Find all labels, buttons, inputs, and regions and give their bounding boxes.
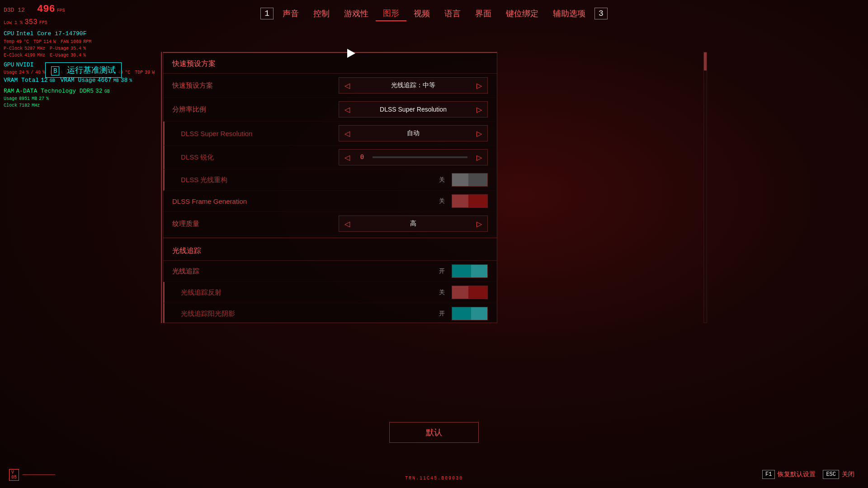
dlss-recon-toggle-area: 关 — [439, 173, 488, 187]
nav-item-accessibility[interactable]: 辅助选项 — [546, 6, 593, 21]
quick-preset-control[interactable]: ◁ 光线追踪：中等 ▷ — [339, 77, 488, 94]
resolution-control[interactable]: ◁ DLSS Super Resolution ▷ — [339, 101, 488, 117]
rt-row: 光线追踪 开 — [163, 261, 497, 282]
texture-left-arrow[interactable]: ◁ — [339, 216, 355, 231]
eclock-unit: MHz — [37, 52, 45, 59]
gpu-usage-value: 24 — [19, 69, 24, 76]
temp-label: Temp — [4, 38, 14, 45]
dlss-sharp-left-arrow[interactable]: ◁ — [339, 150, 355, 165]
rt-reflect-label: 光线追踪反射 — [181, 288, 439, 297]
rt-reflect-toggle[interactable] — [452, 286, 488, 299]
build-bar: ──────────── — [23, 473, 55, 478]
vram-total-label: VRAM Total — [4, 76, 39, 85]
dlss-sharp-value: 0 — [355, 154, 369, 161]
dlss-recon-row: DLSS 光线重构 关 — [163, 169, 497, 191]
fan-value: 1069 — [71, 38, 81, 45]
quick-preset-right-arrow[interactable]: ▷ — [471, 78, 487, 93]
resolution-row: 分辨率比例 ◁ DLSS Super Resolution ▷ — [163, 98, 497, 122]
rt-sun-toggle[interactable] — [452, 307, 488, 320]
rt-sun-toggle-area: 开 — [439, 307, 488, 320]
gpu-temp2-unit: °C — [125, 69, 130, 76]
eclock-label: E-Clock — [4, 52, 23, 59]
texture-quality-control[interactable]: ◁ 高 ▷ — [339, 216, 488, 232]
close-key[interactable]: ESC 关闭 — [823, 470, 854, 479]
quick-preset-left-arrow[interactable]: ◁ — [339, 78, 355, 93]
fan-label: FAN — [58, 38, 69, 45]
gpu-tdp-label: TDP — [132, 69, 143, 76]
nav-item-graphics[interactable]: 图形 — [376, 6, 406, 21]
gpu-tdp-unit: W — [152, 69, 155, 76]
resolution-left-arrow[interactable]: ◁ — [339, 102, 355, 117]
nav-item-control[interactable]: 控制 — [306, 6, 337, 21]
tdp-value: 114 — [43, 38, 52, 45]
rt-reflect-toggle-label: 关 — [439, 288, 448, 296]
version-info: V05 ──────────── — [9, 469, 55, 481]
benchmark-icon: B — [51, 66, 59, 75]
rt-toggle-label: 开 — [439, 267, 448, 275]
dlss-sharp-control[interactable]: ◁ 0 ▷ — [339, 149, 488, 165]
dlss-sharp-right-arrow[interactable]: ▷ — [471, 150, 487, 165]
nav-item-video[interactable]: 视频 — [406, 6, 437, 21]
nav-item-ui[interactable]: 界面 — [468, 6, 499, 21]
ram-unit: GB — [104, 88, 110, 95]
dlss-frame-row: DLSS Frame Generation 关 — [163, 191, 497, 212]
section2-header: 光线追踪 — [163, 240, 497, 261]
scrollbar[interactable] — [703, 52, 707, 323]
dlss-recon-toggle[interactable] — [452, 173, 488, 187]
dlss-sr-label: DLSS Super Resolution — [181, 130, 339, 137]
quick-preset-label: 快速预设方案 — [172, 81, 339, 90]
dlss-frame-toggle[interactable] — [452, 194, 488, 208]
ram-name: A-DATA Technology DDR5 — [16, 87, 94, 96]
nav-item-gameplay[interactable]: 游戏性 — [337, 6, 376, 21]
rt-sun-knob — [471, 307, 487, 320]
temp-unit: °C — [24, 38, 29, 45]
settings-panel: 快速预设方案 快速预设方案 ◁ 光线追踪：中等 ▷ 分辨率比例 ◁ DLSS S… — [163, 52, 497, 323]
rt-label: 光线追踪 — [172, 267, 439, 276]
dlss-sr-right-arrow[interactable]: ▷ — [471, 126, 487, 141]
dlss-recon-toggle-label: 关 — [439, 176, 448, 184]
gpu-name: NVIDI — [16, 61, 33, 70]
gpu-tdp-value: 39 — [145, 69, 150, 76]
pclock-unit: MHz — [37, 45, 45, 52]
texture-quality-label: 纹理质量 — [172, 220, 339, 228]
scrollbar-thumb[interactable] — [704, 52, 707, 70]
nav-item-keybinding[interactable]: 键位绑定 — [499, 6, 546, 21]
ram-usage-p: 27 — [39, 95, 44, 102]
vram-total-unit: GB — [50, 77, 55, 84]
eusage-unit: % — [83, 52, 86, 59]
section-divider — [163, 238, 497, 238]
ram-clock-value: 7182 — [19, 102, 30, 109]
dlss-sr-control[interactable]: ◁ 自动 ▷ — [339, 125, 488, 141]
rt-toggle[interactable] — [452, 264, 488, 278]
pclock-label: P-Clock — [4, 45, 23, 52]
dlss-sharp-row: DLSS 锐化 ◁ 0 ▷ — [163, 145, 497, 169]
cpu-name: Intel Core i7-14790F — [16, 29, 86, 38]
ram-usage-label: Usage — [4, 95, 17, 102]
benchmark-button[interactable]: B 运行基准测试 — [45, 62, 122, 78]
restore-defaults-key[interactable]: F1 恢复默认设置 — [762, 470, 816, 479]
dlss-recon-knob — [452, 174, 468, 186]
dlss-sr-left-arrow[interactable]: ◁ — [339, 126, 355, 141]
resolution-right-arrow[interactable]: ▷ — [471, 102, 487, 117]
resolution-label: 分辨率比例 — [172, 105, 339, 114]
nav-item-sound[interactable]: 声音 — [275, 6, 306, 21]
pusage-value: 35.4 — [71, 45, 81, 52]
default-button[interactable]: 默认 — [389, 422, 479, 443]
gpu-usage-max: 40 — [35, 69, 41, 76]
tdp-unit: W — [53, 38, 56, 45]
rt-reflect-row: 光线追踪反射 关 — [163, 282, 497, 303]
ram-usage-unit: MB — [32, 95, 37, 102]
bottom-bar: F1 恢复默认设置 ESC 关闭 — [762, 470, 854, 479]
eusage-value: 30.4 — [71, 52, 81, 59]
f1-key-badge: F1 — [762, 470, 775, 479]
texture-right-arrow[interactable]: ▷ — [471, 216, 487, 231]
rt-reflect-knob — [452, 286, 468, 299]
pusage-label: P-Usage — [47, 45, 69, 52]
close-label: 关闭 — [842, 470, 854, 479]
nav-item-language[interactable]: 语言 — [437, 6, 468, 21]
dlss-sharp-track — [373, 156, 467, 158]
mouse-cursor — [347, 49, 355, 58]
esc-key-badge: ESC — [823, 470, 839, 479]
panel-left-border — [161, 52, 162, 323]
gpu-usage-p: % — [26, 69, 29, 76]
